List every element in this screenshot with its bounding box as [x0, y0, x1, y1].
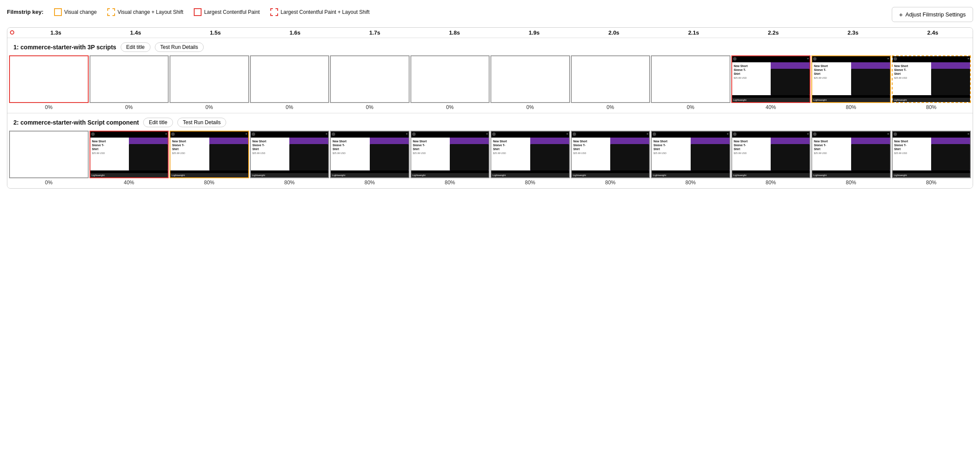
run-1-frame-10-img[interactable]: ≡ New ShortSleeve T-Shirt $25.99 USD Lig… [811, 55, 891, 103]
tick-9: 2.2s [733, 29, 813, 36]
tick-8: 2.1s [654, 29, 733, 36]
run-1-frame-11-img[interactable]: ≡ New ShortSleeve T-Shirt $25.99 USD Lig… [892, 55, 971, 103]
tick-5: 1.8s [415, 29, 494, 36]
run-2-frame-1-img[interactable]: ≡ New ShortSleeve T-Shirt $25.99 USD Lig… [90, 131, 169, 178]
tick-10: 2.3s [813, 29, 893, 36]
tick-2: 1.5s [176, 29, 255, 36]
run-2-frame-5-pct: 80% [445, 178, 455, 188]
run-1-frame-2: 0% [170, 55, 249, 113]
run-2-frame-3-img[interactable]: ≡ New ShortSleeve T-Shirt $25.99 USD Lig… [250, 131, 330, 178]
run-1-frame-8: 0% [651, 55, 730, 113]
visual-change-swatch [54, 8, 62, 16]
filmstrip-key-label: Filmstrip key: [7, 9, 44, 15]
run-1-frame-9-pct: 40% [765, 103, 776, 113]
run-2-frame-4: ≡ New ShortSleeve T-Shirt $25.99 USD Lig… [330, 131, 410, 188]
lcp-layout-shift-swatch [270, 8, 278, 16]
run-1-frame-7-img[interactable] [571, 55, 650, 103]
run-1-frame-4: 0% [330, 55, 410, 113]
tick-7: 2.0s [574, 29, 653, 36]
run-1-frame-6-pct: 0% [526, 103, 534, 113]
run-1-frame-3-img[interactable] [250, 55, 330, 103]
run-1-frame-2-img[interactable] [170, 55, 249, 103]
run-2-frames: 0% ≡ New ShortSleeve T-Shirt $25.99 USD [7, 131, 973, 188]
run-1-frame-0-pct: 0% [45, 103, 52, 113]
run-1-frame-2-pct: 0% [205, 103, 213, 113]
legend-visual-change: Visual change [54, 8, 97, 16]
run-2-frame-8-img[interactable]: ≡ New ShortSleeve T-Shirt $25.99 USD Lig… [651, 131, 730, 178]
run-2-frame-11-pct: 80% [926, 178, 936, 188]
run-1-frame-10: ≡ New ShortSleeve T-Shirt $25.99 USD Lig… [811, 55, 891, 113]
run-2-frame-9-img[interactable]: ≡ New ShortSleeve T-Shirt $25.99 USD Lig… [731, 131, 811, 178]
adjust-filmstrip-button[interactable]: + Adjust Filmstrip Settings [892, 7, 973, 22]
run-2-frame-10-pct: 80% [846, 178, 856, 188]
run-2-frame-9-pct: 80% [765, 178, 776, 188]
run-1-edit-title-button[interactable]: Edit title [121, 42, 151, 52]
lcp-swatch [194, 8, 202, 16]
run-2-frame-6: ≡ New ShortSleeve T-Shirt $25.99 USD Lig… [490, 131, 570, 188]
run-1-frame-7-pct: 0% [607, 103, 614, 113]
run-1-section: 1: commerce-starter-with 3P scripts Edit… [7, 38, 973, 113]
run-2-frame-5-img[interactable]: ≡ New ShortSleeve T-Shirt $25.99 USD Lig… [410, 131, 490, 178]
lcp-label: Largest Contentful Paint [204, 9, 260, 15]
run-2-frame-7: ≡ New ShortSleeve T-Shirt $25.99 USD Lig… [571, 131, 650, 188]
run-2-frame-5: ≡ New ShortSleeve T-Shirt $25.99 USD Lig… [410, 131, 490, 188]
run-2-frame-3-pct: 80% [284, 178, 295, 188]
run-2-frame-8-pct: 80% [685, 178, 696, 188]
run-2-frame-7-img[interactable]: ≡ New ShortSleeve T-Shirt $25.99 USD Lig… [571, 131, 650, 178]
run-2-frame-0-img[interactable] [9, 131, 89, 178]
run-2-frame-0-pct: 0% [45, 178, 52, 188]
tick-3: 1.6s [255, 29, 335, 36]
visual-change-layout-shift-label: Visual change + Layout Shift [118, 9, 183, 15]
visual-change-label: Visual change [64, 9, 97, 15]
tick-4: 1.7s [335, 29, 414, 36]
run-2-frame-6-pct: 80% [525, 178, 535, 188]
run-1-frame-4-pct: 0% [366, 103, 373, 113]
adjust-filmstrip-label: Adjust Filmstrip Settings [906, 11, 966, 18]
run-1-frame-1-img[interactable] [90, 55, 169, 103]
run-1-frame-4-img[interactable] [330, 55, 410, 103]
run-1-frame-5-img[interactable] [410, 55, 490, 103]
run-1-frame-6-img[interactable] [490, 55, 570, 103]
run-1-frame-6: 0% [490, 55, 570, 113]
run-1-frame-5-pct: 0% [446, 103, 454, 113]
run-2-frame-7-pct: 80% [605, 178, 615, 188]
timeline-row: 1.3s 1.4s 1.5s 1.6s 1.7s 1.8s 1.9s 2.0s … [7, 28, 973, 38]
run-2-edit-title-button[interactable]: Edit title [143, 118, 173, 127]
run-2-title: 2: commerce-starter-with Script componen… [13, 119, 139, 126]
run-2-frame-2-pct: 80% [204, 178, 215, 188]
tick-6: 1.9s [494, 29, 574, 36]
run-2-frame-11: ≡ New ShortSleeve T-Shirt $25.99 USD Lig… [892, 131, 971, 188]
run-1-frame-0-img[interactable] [9, 55, 89, 103]
run-1-frame-5: 0% [410, 55, 490, 113]
run-1-frame-9-img[interactable]: ≡ New ShortSleeve T-Shirt $25.99 USD Lig… [731, 55, 811, 103]
run-2-frame-0: 0% [9, 131, 89, 188]
run-2-frame-10-img[interactable]: ≡ New ShortSleeve T-Shirt $25.99 USD Lig… [811, 131, 891, 178]
run-1-test-run-details-button[interactable]: Test Run Details [155, 42, 204, 52]
run-2-frame-11-img[interactable]: ≡ New ShortSleeve T-Shirt $25.99 USD Lig… [892, 131, 971, 178]
run-2-frame-2-img[interactable]: ≡ New ShortSleeve T-Shirt $25.99 USD Lig… [170, 131, 249, 178]
run-1-title: 1: commerce-starter-with 3P scripts [13, 44, 116, 51]
run-2-frame-6-img[interactable]: ≡ New ShortSleeve T-Shirt $25.99 USD Lig… [490, 131, 570, 178]
run-2-test-run-details-button[interactable]: Test Run Details [177, 118, 226, 127]
plus-icon: + [899, 11, 903, 18]
run-2-frame-1: ≡ New ShortSleeve T-Shirt $25.99 USD Lig… [90, 131, 169, 188]
tick-0: 1.3s [16, 29, 96, 36]
run-1-frame-1: 0% [90, 55, 169, 113]
run-2-frame-8: ≡ New ShortSleeve T-Shirt $25.99 USD Lig… [651, 131, 730, 188]
run-2-frame-4-img[interactable]: ≡ New ShortSleeve T-Shirt $25.99 USD Lig… [330, 131, 410, 178]
tick-11: 2.4s [893, 29, 973, 36]
run-1-frame-11-pct: 80% [926, 103, 936, 113]
run-2-header: 2: commerce-starter-with Script componen… [7, 113, 973, 131]
run-2-frame-1-pct: 40% [124, 178, 134, 188]
run-2-frame-3: ≡ New ShortSleeve T-Shirt $25.99 USD Lig… [250, 131, 330, 188]
tick-1: 1.4s [96, 29, 175, 36]
run-1-frame-9: ≡ New ShortSleeve T-Shirt $25.99 USD Lig… [731, 55, 811, 113]
run-2-frame-4-pct: 80% [365, 178, 375, 188]
run-1-frame-10-pct: 80% [846, 103, 856, 113]
run-1-frames: 0% 0% 0% 0% 0% 0% [7, 55, 973, 113]
run-2-frame-10: ≡ New ShortSleeve T-Shirt $25.99 USD Lig… [811, 131, 891, 188]
run-1-frame-8-img[interactable] [651, 55, 730, 103]
run-1-frame-7: 0% [571, 55, 650, 113]
legend-visual-change-layout-shift: Visual change + Layout Shift [107, 8, 183, 16]
run-1-frame-3-pct: 0% [286, 103, 293, 113]
